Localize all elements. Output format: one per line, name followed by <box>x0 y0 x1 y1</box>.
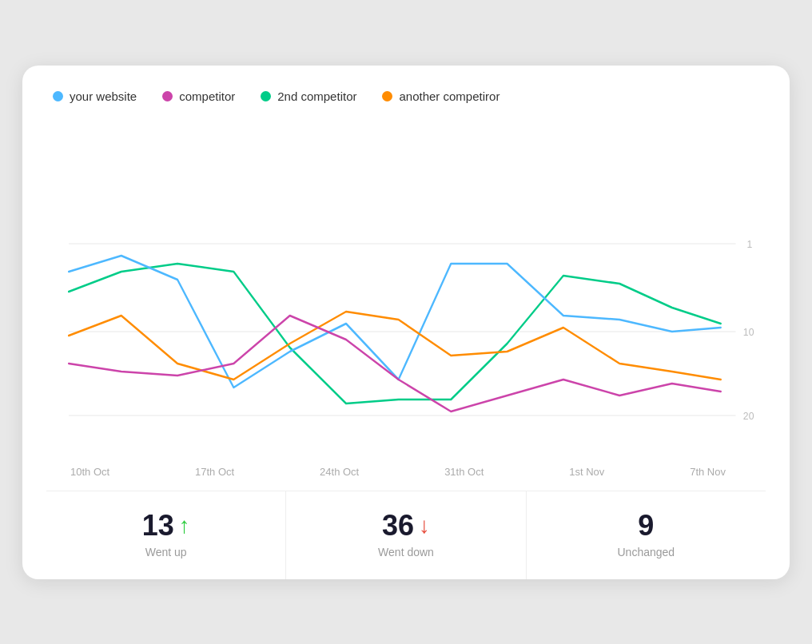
legend-label-competitor: competitor <box>179 89 235 103</box>
x-label-1nov: 1st Nov <box>569 466 604 478</box>
x-label-7nov: 7th Nov <box>690 466 726 478</box>
x-label-31oct: 31th Oct <box>444 466 484 478</box>
stat-went-down: 36 ↓ Went down <box>286 491 526 579</box>
legend-label-another-competitor: another competiror <box>399 89 500 103</box>
stat-number-unchanged: 9 <box>638 509 654 543</box>
line-2nd-competitor <box>69 264 721 403</box>
arrow-up-icon: ↑ <box>179 515 190 537</box>
legend-competitor: competitor <box>162 89 235 103</box>
legend-dot-competitor <box>162 91 173 101</box>
stat-label-went-down: Went down <box>378 546 434 559</box>
stat-unchanged: 9 Unchanged <box>527 491 766 579</box>
x-axis-labels: 10th Oct 17th Oct 24th Oct 31th Oct 1st … <box>46 459 766 484</box>
stat-number-went-up: 13 <box>142 509 174 543</box>
svg-text:1: 1 <box>747 238 753 249</box>
legend-2nd-competitor: 2nd competitor <box>261 89 356 103</box>
legend-dot-2nd-competitor <box>261 91 271 101</box>
line-another-competitor <box>69 312 721 380</box>
legend-label-2nd-competitor: 2nd competitor <box>277 89 356 103</box>
legend-label-your-website: your website <box>70 89 137 103</box>
stat-went-up: 13 ↑ Went up <box>46 491 286 579</box>
chart-area: 1 10 20 <box>46 116 766 459</box>
stat-value-unchanged: 9 <box>638 509 654 543</box>
x-label-17oct: 17th Oct <box>195 466 234 478</box>
main-card: your website competitor 2nd competitor a… <box>22 66 790 579</box>
line-your-website <box>69 256 721 388</box>
line-chart: 1 10 20 <box>46 116 766 459</box>
stat-value-went-down: 36 ↓ <box>382 509 430 543</box>
stat-label-went-up: Went up <box>145 546 187 559</box>
stats-row: 13 ↑ Went up 36 ↓ Went down 9 Unchanged <box>46 491 766 579</box>
stat-number-went-down: 36 <box>382 509 414 543</box>
arrow-down-icon: ↓ <box>419 515 430 537</box>
legend-another-competitor: another competiror <box>382 89 500 103</box>
x-label-24oct: 24th Oct <box>320 466 359 478</box>
stat-label-unchanged: Unchanged <box>618 546 675 559</box>
stat-value-went-up: 13 ↑ <box>142 509 190 543</box>
chart-legend: your website competitor 2nd competitor a… <box>46 89 766 103</box>
legend-dot-another-competitor <box>382 91 392 101</box>
legend-dot-your-website <box>53 91 63 101</box>
legend-your-website: your website <box>53 89 137 103</box>
svg-text:10: 10 <box>743 326 754 337</box>
x-label-10oct: 10th Oct <box>70 466 109 478</box>
svg-text:20: 20 <box>743 410 754 421</box>
